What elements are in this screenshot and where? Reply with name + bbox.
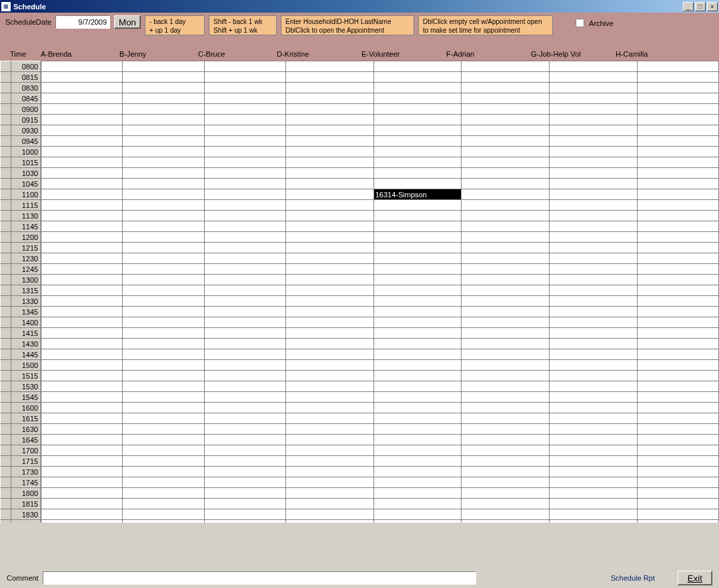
schedule-cell[interactable] [41, 157, 123, 168]
schedule-cell[interactable] [637, 317, 718, 328]
schedule-cell[interactable] [550, 307, 638, 317]
schedule-cell[interactable] [462, 307, 550, 317]
schedule-cell[interactable] [41, 296, 123, 307]
schedule-cell[interactable] [123, 296, 204, 307]
schedule-cell[interactable] [123, 509, 204, 520]
schedule-cell[interactable] [637, 157, 718, 168]
schedule-cell[interactable] [286, 509, 374, 520]
schedule-cell[interactable] [286, 467, 374, 477]
schedule-cell[interactable] [374, 467, 462, 477]
schedule-cell[interactable] [204, 275, 285, 285]
schedule-cell[interactable] [462, 168, 550, 179]
row-selector[interactable] [1, 339, 11, 349]
schedule-cell[interactable] [123, 328, 204, 339]
schedule-cell[interactable] [637, 371, 718, 381]
schedule-cell[interactable] [374, 339, 462, 349]
schedule-cell[interactable] [41, 179, 123, 189]
schedule-cell[interactable] [204, 509, 285, 520]
schedule-cell[interactable] [41, 317, 123, 328]
schedule-cell[interactable] [462, 499, 550, 509]
schedule-cell[interactable] [123, 307, 204, 317]
schedule-cell[interactable] [41, 211, 123, 221]
schedule-cell[interactable] [374, 381, 462, 392]
schedule-cell[interactable] [286, 72, 374, 83]
schedule-cell[interactable] [41, 221, 123, 232]
schedule-cell[interactable] [41, 147, 123, 157]
schedule-cell[interactable] [462, 136, 550, 147]
schedule-cell[interactable] [550, 467, 638, 477]
row-selector[interactable] [1, 349, 11, 360]
archive-checkbox-wrap[interactable]: Archive [573, 17, 614, 29]
schedule-cell[interactable] [286, 61, 374, 72]
schedule-cell[interactable] [374, 179, 462, 189]
schedule-cell[interactable] [286, 413, 374, 424]
schedule-cell[interactable] [123, 83, 204, 93]
schedule-cell[interactable] [286, 381, 374, 392]
schedule-cell[interactable] [374, 211, 462, 221]
schedule-cell[interactable] [204, 435, 285, 445]
schedule-cell[interactable] [550, 179, 638, 189]
schedule-cell[interactable] [204, 424, 285, 435]
schedule-cell[interactable] [123, 147, 204, 157]
schedule-cell[interactable] [637, 168, 718, 179]
schedule-cell[interactable] [637, 275, 718, 285]
schedule-cell[interactable] [204, 456, 285, 467]
row-selector[interactable] [1, 328, 11, 339]
row-selector[interactable] [1, 509, 11, 520]
row-selector[interactable] [1, 83, 11, 93]
schedule-cell[interactable] [374, 413, 462, 424]
schedule-cell[interactable] [637, 467, 718, 477]
schedule-cell[interactable] [41, 243, 123, 253]
schedule-cell[interactable] [550, 392, 638, 403]
row-selector[interactable] [1, 125, 11, 136]
schedule-cell[interactable] [637, 104, 718, 115]
schedule-cell[interactable] [637, 243, 718, 253]
row-selector[interactable] [1, 392, 11, 403]
schedule-cell[interactable] [286, 403, 374, 413]
schedule-cell[interactable] [204, 157, 285, 168]
schedule-cell[interactable] [286, 104, 374, 115]
schedule-cell[interactable] [204, 477, 285, 488]
schedule-cell[interactable] [41, 264, 123, 275]
schedule-cell[interactable] [374, 509, 462, 520]
schedule-cell[interactable] [462, 296, 550, 307]
schedule-cell[interactable] [550, 435, 638, 445]
schedule-cell[interactable] [204, 125, 285, 136]
schedule-cell[interactable] [204, 189, 285, 200]
schedule-cell[interactable] [374, 360, 462, 371]
schedule-cell[interactable] [374, 499, 462, 509]
schedule-cell[interactable] [637, 349, 718, 360]
schedule-cell[interactable] [286, 317, 374, 328]
schedule-cell[interactable] [123, 93, 204, 104]
schedule-cell[interactable] [123, 221, 204, 232]
schedule-cell[interactable] [462, 253, 550, 264]
schedule-cell[interactable] [41, 477, 123, 488]
schedule-cell[interactable] [550, 477, 638, 488]
schedule-cell[interactable] [550, 275, 638, 285]
schedule-cell[interactable] [374, 328, 462, 339]
schedule-cell[interactable] [41, 392, 123, 403]
schedule-cell[interactable] [286, 243, 374, 253]
row-selector[interactable] [1, 221, 11, 232]
schedule-cell[interactable] [550, 221, 638, 232]
schedule-cell[interactable] [637, 253, 718, 264]
schedule-cell[interactable] [550, 232, 638, 243]
schedule-cell[interactable] [637, 307, 718, 317]
row-selector[interactable] [1, 445, 11, 456]
row-selector[interactable] [1, 403, 11, 413]
schedule-cell[interactable] [123, 413, 204, 424]
schedule-cell[interactable] [462, 435, 550, 445]
schedule-cell[interactable] [374, 317, 462, 328]
schedule-cell[interactable] [637, 136, 718, 147]
row-selector[interactable] [1, 381, 11, 392]
schedule-cell[interactable] [204, 179, 285, 189]
schedule-cell[interactable] [123, 360, 204, 371]
schedule-cell[interactable] [286, 392, 374, 403]
schedule-cell[interactable] [550, 403, 638, 413]
schedule-cell[interactable] [123, 179, 204, 189]
schedule-cell[interactable] [286, 93, 374, 104]
schedule-cell[interactable] [462, 456, 550, 467]
schedule-cell[interactable] [41, 435, 123, 445]
schedule-cell[interactable] [462, 232, 550, 243]
schedule-cell[interactable] [41, 413, 123, 424]
